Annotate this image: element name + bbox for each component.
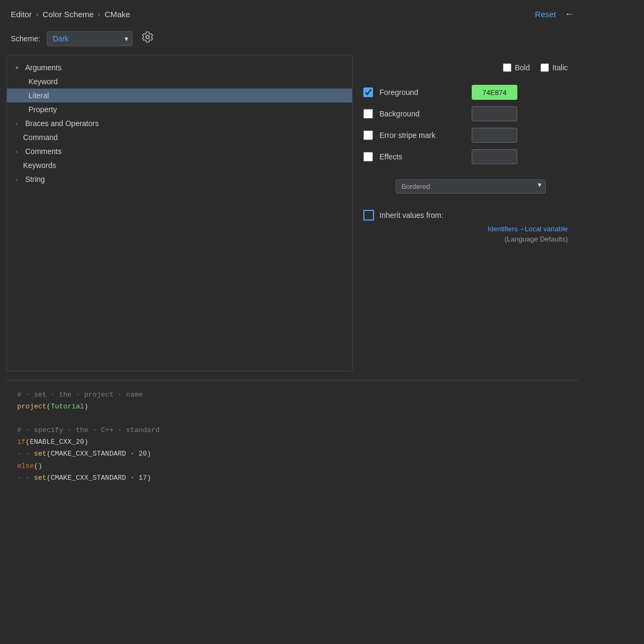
- chevron-right-icon-3: ›: [16, 176, 23, 182]
- foreground-row: Foreground 74E874: [363, 85, 568, 100]
- code-tutorial-arg: Tutorial: [50, 401, 84, 413]
- tree-item-label: Property: [28, 105, 57, 114]
- tree-item-literal[interactable]: Literal: [7, 89, 352, 103]
- code-line-else: else(): [17, 460, 568, 472]
- props-panel: Bold Italic Foreground 74E874 Background…: [353, 55, 579, 371]
- top-checkboxes-row: Bold Italic: [363, 63, 568, 72]
- effects-row: Effects: [363, 149, 568, 164]
- code-set2-cmd: set: [34, 472, 46, 484]
- code-line-set1: · · set(CMAKE_CXX_STANDARD · 20): [17, 448, 568, 460]
- inherit-section: Inherit values from: Identifiers→Local v…: [363, 210, 568, 243]
- inherit-link[interactable]: Identifiers→Local variable: [363, 225, 568, 233]
- code-dots-1: · ·: [17, 448, 34, 460]
- effects-checkbox[interactable]: [363, 152, 373, 162]
- tree-item-command[interactable]: Command: [7, 130, 352, 144]
- effects-dropdown-wrapper: Bordered Underline Bold Underline Dotted…: [379, 175, 546, 194]
- bold-checkbox-label[interactable]: Bold: [503, 63, 530, 72]
- code-set2-args: (CMAKE_CXX_STANDARD · 17): [47, 472, 151, 484]
- bold-label: Bold: [515, 63, 530, 72]
- gear-button[interactable]: [139, 31, 156, 46]
- foreground-label: Foreground: [379, 88, 465, 97]
- code-else-parens: (): [34, 460, 42, 472]
- tree-item-label: Keywords: [16, 161, 56, 170]
- tree-item-arguments[interactable]: ▾ Arguments: [7, 61, 352, 75]
- inherit-sub: (Language Defaults): [363, 235, 568, 243]
- breadcrumb-sep1: ›: [36, 10, 38, 18]
- tree-item-string[interactable]: › String: [7, 172, 352, 186]
- background-label: Background: [379, 109, 465, 118]
- tree-item-label: Braces and Operators: [25, 119, 99, 128]
- tree-item-label: Command: [16, 133, 58, 142]
- code-line-comment1: # · set · the · project · name: [17, 389, 568, 401]
- tree-item-label: Comments: [25, 147, 62, 156]
- code-if-kw: if: [17, 436, 26, 448]
- main-content: ▾ Arguments Keyword Literal Property › B…: [0, 55, 585, 371]
- breadcrumb-color-scheme: Color Scheme: [43, 10, 94, 19]
- reset-button[interactable]: Reset: [535, 10, 556, 19]
- breadcrumb-editor: Editor: [11, 10, 32, 19]
- breadcrumb-sep2: ›: [98, 10, 100, 18]
- scheme-select-wrapper: Dark Light High Contrast: [47, 31, 133, 46]
- effects-color-box[interactable]: [472, 149, 517, 164]
- error-stripe-label: Error stripe mark: [379, 131, 465, 140]
- scheme-select[interactable]: Dark Light High Contrast: [47, 31, 133, 46]
- code-line-project: project(Tutorial): [17, 401, 568, 413]
- italic-checkbox-label[interactable]: Italic: [540, 63, 568, 72]
- inherit-row: Inherit values from:: [363, 210, 568, 221]
- foreground-checkbox[interactable]: [363, 87, 373, 97]
- effects-label: Effects: [379, 152, 465, 161]
- effects-dropdown[interactable]: Bordered Underline Bold Underline Dotted…: [396, 179, 546, 194]
- error-stripe-color-box[interactable]: [472, 128, 517, 143]
- inherit-label: Inherit values from:: [379, 211, 443, 219]
- chevron-down-icon: ▾: [16, 64, 23, 71]
- code-dots-2: · ·: [17, 472, 34, 484]
- breadcrumb: Editor › Color Scheme › CMake: [11, 10, 130, 19]
- tree-item-keyword[interactable]: Keyword: [7, 75, 352, 89]
- tree-item-braces[interactable]: › Braces and Operators: [7, 116, 352, 130]
- foreground-color-value: 74E874: [482, 89, 507, 97]
- code-comment-1: # · set · the · project · name: [17, 389, 143, 401]
- error-stripe-row: Error stripe mark: [363, 128, 568, 143]
- header-actions: Reset ←: [535, 9, 574, 20]
- scheme-label: Scheme:: [11, 34, 40, 43]
- tree-item-property[interactable]: Property: [7, 103, 352, 116]
- tree-item-label: Literal: [28, 91, 49, 100]
- tree-panel: ▾ Arguments Keyword Literal Property › B…: [6, 55, 353, 371]
- tree-item-label: String: [25, 175, 45, 184]
- error-stripe-checkbox[interactable]: [363, 130, 373, 140]
- breadcrumb-cmake: CMake: [105, 10, 130, 19]
- tree-item-comments[interactable]: › Comments: [7, 144, 352, 158]
- code-preview: # · set · the · project · name project(T…: [6, 380, 579, 493]
- code-paren2: ): [84, 401, 89, 413]
- inherit-checkbox[interactable]: [363, 210, 374, 221]
- background-row: Background: [363, 106, 568, 121]
- code-comment-2: # · specify · the · C++ · standard: [17, 425, 159, 436]
- code-line-set2: · · set(CMAKE_CXX_STANDARD · 17): [17, 472, 568, 484]
- code-line-blank1: [17, 413, 568, 425]
- tree-item-keywords[interactable]: Keywords: [7, 158, 352, 172]
- code-else-kw: else: [17, 460, 34, 472]
- italic-label: Italic: [552, 63, 568, 72]
- code-project-cmd: project: [17, 401, 47, 413]
- code-line-comment2: # · specify · the · C++ · standard: [17, 425, 568, 436]
- code-if-cond: (ENABLE_CXX_20): [26, 436, 89, 448]
- chevron-right-icon: ›: [16, 120, 23, 127]
- foreground-color-box[interactable]: 74E874: [472, 85, 517, 100]
- background-color-box[interactable]: [472, 106, 517, 121]
- bold-checkbox[interactable]: [503, 63, 511, 72]
- chevron-right-icon-2: ›: [16, 148, 23, 155]
- code-line-if: if(ENABLE_CXX_20): [17, 436, 568, 448]
- code-set1-cmd: set: [34, 448, 46, 460]
- background-checkbox[interactable]: [363, 109, 373, 119]
- tree-item-label: Arguments: [25, 63, 62, 72]
- header: Editor › Color Scheme › CMake Reset ←: [0, 0, 585, 26]
- code-set1-args: (CMAKE_CXX_STANDARD · 20): [47, 448, 151, 460]
- scheme-row: Scheme: Dark Light High Contrast: [0, 26, 585, 55]
- tree-item-label: Keyword: [28, 77, 57, 86]
- code-paren1: (: [47, 401, 51, 413]
- italic-checkbox[interactable]: [540, 63, 549, 72]
- back-button[interactable]: ←: [565, 9, 574, 20]
